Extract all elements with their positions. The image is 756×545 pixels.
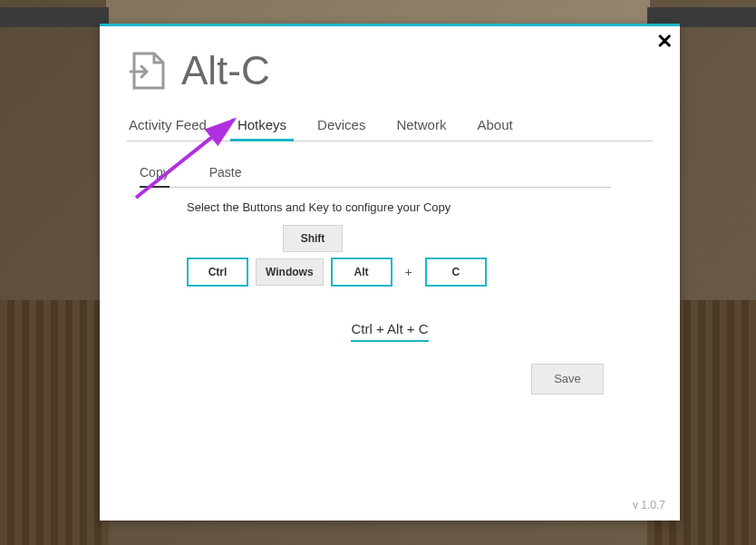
tab-network[interactable]: Network: [394, 112, 448, 141]
tab-hotkeys[interactable]: Hotkeys: [236, 112, 288, 141]
key-shift[interactable]: Shift: [283, 225, 343, 252]
subtab-copy[interactable]: Copy: [140, 161, 170, 187]
main-tabs: Activity Feed Hotkeys Devices Network Ab…: [127, 112, 653, 141]
key-windows[interactable]: Windows: [256, 258, 324, 286]
version-label: v 1.0.7: [633, 499, 665, 511]
app-window: ✕ Alt-C Activity Feed Hotkeys Devices Ne…: [100, 24, 680, 521]
app-header: Alt-C: [100, 26, 680, 112]
instruction-text: Select the Buttons and Key to configure …: [187, 200, 680, 214]
plus-label: +: [405, 265, 412, 279]
subtab-paste[interactable]: Paste: [209, 161, 242, 187]
hotkey-subtabs: Copy Paste: [140, 161, 611, 188]
tab-activity-feed[interactable]: Activity Feed: [127, 112, 208, 141]
key-alt[interactable]: Alt: [331, 258, 393, 287]
key-ctrl[interactable]: Ctrl: [187, 258, 248, 287]
tab-devices[interactable]: Devices: [315, 112, 367, 141]
document-import-icon: [127, 50, 169, 92]
hotkey-result-text: Ctrl + Alt + C: [351, 321, 428, 342]
hotkey-result: Ctrl + Alt + C: [100, 321, 680, 342]
save-button[interactable]: Save: [531, 364, 604, 394]
key-letter[interactable]: C: [425, 258, 487, 287]
close-icon[interactable]: ✕: [656, 32, 673, 52]
key-picker: Shift Ctrl Windows Alt + C: [187, 225, 680, 287]
app-title: Alt-C: [181, 51, 270, 91]
tab-about[interactable]: About: [475, 112, 514, 141]
